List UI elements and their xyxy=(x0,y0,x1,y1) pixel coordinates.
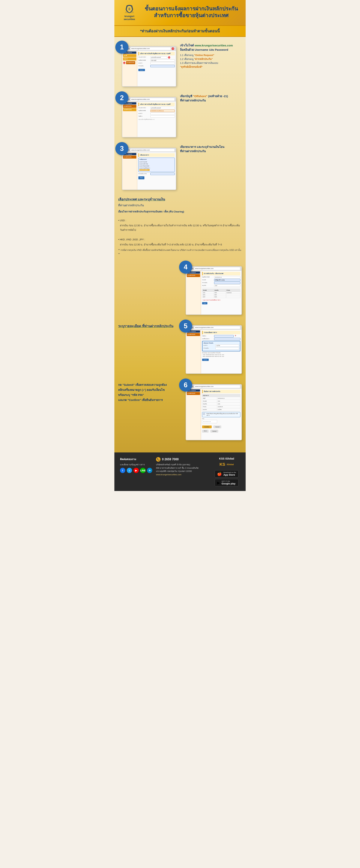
youtube-icon[interactable]: ▶ xyxy=(134,468,139,473)
logo-name: krungsri securities xyxy=(124,15,135,21)
step-4-screenshot: www.krungsrisecurities.com Online Reques… xyxy=(186,266,242,315)
footer-contact-subtitle: และติดตามข้อมูลข่าวสาร xyxy=(120,463,152,466)
step-1-block: 1 www.krungsrisecurities.com 1.1 Online … xyxy=(118,42,242,87)
step-4-screenshot-area: 4 www.krungsrisecurities.com Online Requ… xyxy=(182,262,242,315)
currency-title: เลือกประเทศ และระบุจำนวนเงิน xyxy=(118,196,242,202)
step-2-screenshot: www.krungsrisecurities.com Online Reques… xyxy=(122,97,176,137)
footer-phone-number: 0 2659 7000 xyxy=(162,458,179,461)
footer-company: 📞 0 2659 7000 บริษัทหลักทรัพย์ กรุงศรี จ… xyxy=(156,457,210,476)
phone-icon: 📞 xyxy=(156,457,161,462)
step-3-text: เลือกธนาคาร และระบุจำนวนเงินโอน ที่ท่านฝ… xyxy=(180,144,242,156)
step-3-number: 3 xyxy=(115,142,129,155)
step-1-number: 1 xyxy=(115,41,129,54)
header: krungsri securities ขั้นตอนการแจ้งผลการฝ… xyxy=(114,0,246,25)
footer-company-info: บริษัทหลักทรัพย์ กรุงศรี จำกัด (มหาชน) 8… xyxy=(156,463,210,476)
currency-detail: เงื่อนไขการฝากหลักประกันธุรกรรมเงินสด / … xyxy=(118,210,242,247)
step-6-screenshot: www.krungsrisecurities.com Online Reques… xyxy=(186,384,242,440)
step-5-screenshot: www.krungsrisecurities.com Online Reques… xyxy=(186,325,242,374)
krungsri-logo-icon xyxy=(124,4,135,14)
footer-contact-title: ติดต่อสอบถาม xyxy=(120,457,152,461)
iglobal-text: iGlobal xyxy=(227,463,233,466)
step-5-text: ระบุรายละเอียด ที่ท่านฝากหลักประกัน xyxy=(118,321,178,331)
step-4-number: 4 xyxy=(179,260,192,274)
step-1-screenshot: www.krungsrisecurities.com 1.1 Online Re… xyxy=(122,46,176,87)
currency-info-section: เลือกประเทศ และระบุจำนวนเงิน ที่ท่านฝากห… xyxy=(118,196,242,256)
step-2-text: เลือกบัญชี "Offshore" (ลงท้ายด้วย -21) ท… xyxy=(180,93,242,105)
title-line2: สำหรับการซื้อขายหุ้นต่างประเทศ xyxy=(154,12,228,18)
app-store-badge[interactable]: 🍎 Download on the App Store xyxy=(215,470,239,477)
step-6-block: กด "Submit" เพื่อตรวจสอบความถูกต้อง คลิก… xyxy=(118,380,242,440)
step-5-number: 5 xyxy=(179,319,192,333)
footer-website[interactable]: www.krungsrisecurities.com xyxy=(156,473,182,476)
step-6-number: 6 xyxy=(179,378,192,392)
alert-text: *ท่านต้องฝากเงินหลักประกันก่อนทำตามขั้นต… xyxy=(118,28,242,34)
step-3-block: เลือกธนาคาร และระบุจำนวนเงินโอน ที่ท่านฝ… xyxy=(118,144,242,190)
ks-logo: KS xyxy=(220,462,225,467)
step-6-screenshot-area: 6 www.krungsrisecurities.com Online Requ… xyxy=(182,380,242,440)
step-5-screenshot-area: 5 www.krungsrisecurities.com Online Requ… xyxy=(182,321,242,374)
google-play-icon: ▶ xyxy=(217,480,220,485)
apple-icon: 🍎 xyxy=(217,472,222,476)
step-6-text: กด "Submit" เพื่อตรวจสอบความถูกต้อง คลิก… xyxy=(118,380,178,404)
alert-banner: *ท่านต้องฝากเงินหลักประกันก่อนทำตามขั้นต… xyxy=(114,25,246,37)
telegram-icon[interactable]: ✈ xyxy=(147,468,152,473)
footer: ติดต่อสอบถาม และติดตามข้อมูลข่าวสาร f t … xyxy=(114,453,246,491)
header-title: ขั้นตอนการแจ้งผลการฝากเงินหลักประกัน สำห… xyxy=(142,5,240,19)
social-icons: f t ▶ LINE ✈ xyxy=(120,468,152,473)
step-2-number: 2 xyxy=(115,91,129,104)
google-play-badge[interactable]: ▶ GET IT ON Google play xyxy=(215,479,239,486)
step-3-screenshot: www.krungsrisecurities.com Online Reques… xyxy=(122,148,176,190)
footer-app-title: KSS iGlobal xyxy=(219,457,234,460)
footer-app: KSS iGlobal KS iGlobal 🍎 Download on the… xyxy=(213,457,240,486)
line-icon[interactable]: LINE xyxy=(140,468,145,473)
step-4-text xyxy=(118,262,178,266)
footer-contact: ติดต่อสอบถาม และติดตามข้อมูลข่าวสาร f t … xyxy=(120,457,152,473)
step-1-text: เข้าเว็บไซต์ www.krungsrisecurities.com … xyxy=(180,42,242,70)
main-content: 1 www.krungsrisecurities.com 1.1 Online … xyxy=(114,37,246,453)
logo-area: krungsri securities xyxy=(120,4,139,21)
twitter-icon[interactable]: t xyxy=(127,468,132,473)
footer-phone: 📞 0 2659 7000 xyxy=(156,457,210,462)
app-store-text: Download on the App Store xyxy=(223,471,236,476)
currency-note: ** กรณีฝากสกุลเงิน VND เพื่อซื้อขายหลักท… xyxy=(118,248,242,256)
facebook-icon[interactable]: f xyxy=(120,468,125,473)
step-5-block: ระบุรายละเอียด ที่ท่านฝากหลักประกัน 5 ww… xyxy=(118,321,242,374)
title-line1: ขั้นตอนการแจ้งผลการฝากเงินหลักประกัน xyxy=(145,6,238,11)
google-play-text: GET IT ON Google play xyxy=(221,480,235,485)
step-2-block: 2 www.krungsrisecurities.com Online Requ… xyxy=(118,93,242,137)
step-4-block: 4 www.krungsrisecurities.com Online Requ… xyxy=(118,262,242,315)
app-badges: 🍎 Download on the App Store ▶ GET IT ON … xyxy=(215,470,239,486)
currency-subtitle: ที่ท่านฝากหลักประกัน xyxy=(118,203,242,208)
